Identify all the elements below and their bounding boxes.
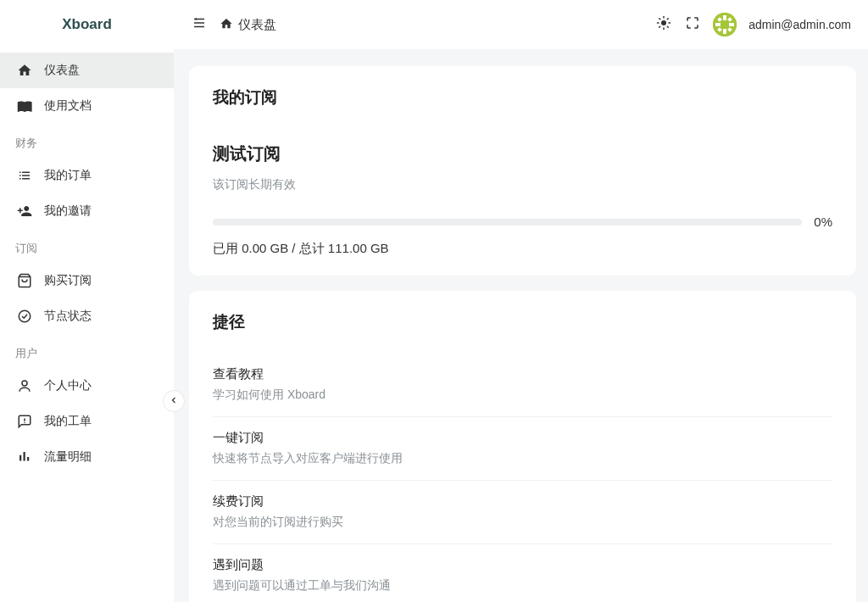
sidebar-item-label: 仪表盘 (44, 63, 80, 78)
sidebar-item-orders[interactable]: 我的订单 (0, 158, 174, 193)
sidebar-item-dashboard[interactable]: 仪表盘 (0, 53, 174, 88)
shortcuts-card: 捷径 查看教程 学习如何使用 Xboard 一键订阅 快速将节点导入对应客户端进… (189, 291, 856, 602)
sidebar-group-subscription: 订阅 (0, 229, 174, 263)
shortcut-list: 查看教程 学习如何使用 Xboard 一键订阅 快速将节点导入对应客户端进行使用… (213, 354, 832, 602)
sidebar-item-buy[interactable]: 购买订阅 (0, 263, 174, 298)
sidebar-item-label: 我的订单 (44, 168, 92, 183)
subscription-card-title: 我的订阅 (213, 86, 832, 109)
plan-subtitle: 该订阅长期有效 (213, 177, 832, 192)
sidebar-item-label: 节点状态 (44, 309, 92, 324)
sidebar-item-label: 个人中心 (44, 378, 92, 393)
progress-row: 0% (213, 215, 832, 229)
sidebar-item-label: 我的工单 (44, 414, 92, 429)
plan-name: 测试订阅 (213, 142, 832, 165)
svg-rect-15 (729, 23, 734, 26)
breadcrumb: 仪表盘 (220, 17, 276, 33)
home-icon (17, 63, 32, 78)
sidebar-item-traffic[interactable]: 流量明细 (0, 439, 174, 475)
sidebar-group-user: 用户 (0, 334, 174, 368)
main-area: 仪表盘 (174, 0, 868, 602)
menu-collapse-icon (192, 15, 207, 34)
menu-toggle-button[interactable] (191, 16, 208, 33)
home-icon (220, 17, 233, 33)
shopping-bag-icon (17, 273, 32, 288)
fullscreen-button[interactable] (684, 16, 701, 33)
book-icon (17, 98, 32, 114)
sun-icon (656, 15, 671, 34)
subscription-card: 我的订阅 测试订阅 该订阅长期有效 0% 已用 0.00 GB / 总计 111… (189, 66, 856, 276)
shortcut-item-tutorial[interactable]: 查看教程 学习如何使用 Xboard (213, 354, 832, 416)
svg-line-5 (659, 19, 660, 20)
message-icon (17, 414, 32, 429)
progress-percent: 0% (814, 215, 832, 229)
sidebar-item-label: 我的邀请 (44, 203, 92, 219)
fullscreen-icon (685, 15, 700, 34)
shortcuts-card-title: 捷径 (213, 311, 832, 333)
sidebar-item-label: 使用文档 (44, 98, 92, 114)
person-add-icon (17, 203, 32, 219)
sidebar-item-node-status[interactable]: 节点状态 (0, 298, 174, 334)
shortcut-item-support[interactable]: 遇到问题 遇到问题可以通过工单与我们沟通 (213, 543, 832, 602)
user-email[interactable]: admin@admin.com (748, 18, 851, 31)
person-icon (17, 378, 32, 393)
svg-line-6 (667, 26, 668, 27)
bar-chart-icon (17, 449, 32, 465)
sidebar-item-profile[interactable]: 个人中心 (0, 368, 174, 404)
svg-point-2 (661, 20, 666, 25)
progress-bar (213, 219, 802, 226)
sidebar-item-invites[interactable]: 我的邀请 (0, 193, 174, 229)
shortcut-item-subscribe[interactable]: 一键订阅 快速将节点导入对应客户端进行使用 (213, 416, 832, 480)
theme-toggle-button[interactable] (655, 16, 672, 33)
shortcut-title: 续费订阅 (213, 493, 832, 510)
svg-line-9 (659, 26, 660, 27)
shortcut-item-renew[interactable]: 续费订阅 对您当前的订阅进行购买 (213, 480, 832, 543)
chevron-left-icon (169, 393, 179, 409)
shortcut-desc: 遇到问题可以通过工单与我们沟通 (213, 578, 832, 594)
brand-logo: Xboard (0, 0, 174, 49)
svg-line-10 (667, 19, 668, 20)
avatar[interactable] (713, 13, 737, 36)
shortcut-desc: 快速将节点导入对应客户端进行使用 (213, 451, 832, 466)
sidebar-item-label: 流量明细 (44, 449, 92, 465)
svg-point-0 (19, 310, 31, 322)
svg-rect-12 (723, 15, 726, 20)
sidebar-item-label: 购买订阅 (44, 273, 92, 288)
svg-rect-13 (723, 29, 726, 34)
shortcut-title: 一键订阅 (213, 430, 832, 446)
shortcut-desc: 对您当前的订阅进行购买 (213, 515, 832, 530)
sidebar-collapse-button[interactable] (163, 390, 185, 412)
check-circle-icon (17, 309, 32, 324)
breadcrumb-label: 仪表盘 (238, 17, 276, 33)
shortcut-title: 遇到问题 (213, 557, 832, 573)
shortcut-title: 查看教程 (213, 366, 832, 382)
usage-text: 已用 0.00 GB / 总计 111.00 GB (213, 241, 832, 257)
svg-rect-14 (715, 23, 721, 26)
sidebar-item-tickets[interactable]: 我的工单 (0, 404, 174, 439)
sidebar: Xboard 仪表盘 使用文档 财务 我的订单 (0, 0, 174, 602)
topbar: 仪表盘 (174, 0, 868, 49)
shortcut-desc: 学习如何使用 Xboard (213, 387, 832, 403)
list-icon (17, 168, 32, 183)
svg-point-1 (22, 381, 27, 386)
content: 我的订阅 测试订阅 该订阅长期有效 0% 已用 0.00 GB / 总计 111… (174, 49, 868, 602)
sidebar-group-finance: 财务 (0, 124, 174, 158)
sidebar-nav: 仪表盘 使用文档 财务 我的订单 我的邀请 订阅 (0, 49, 174, 475)
sidebar-item-docs[interactable]: 使用文档 (0, 88, 174, 124)
